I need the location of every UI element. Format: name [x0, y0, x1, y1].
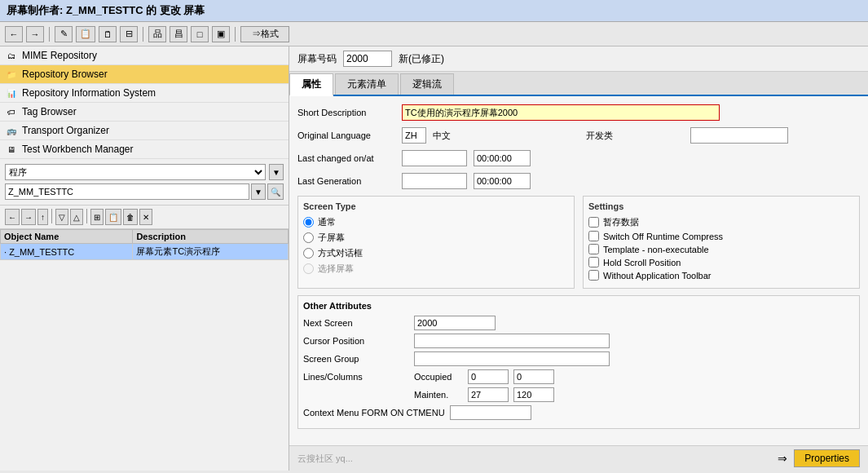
cb-without-toolbar: Without Application Toolbar	[588, 270, 854, 281]
radio-normal-label: 通常	[318, 216, 336, 228]
last-gen-date[interactable]	[402, 173, 467, 189]
tag-icon: 🏷	[5, 105, 18, 118]
tab-logic[interactable]: 逻辑流	[400, 73, 454, 95]
cb-template-input[interactable]	[588, 244, 599, 254]
dev-class-input[interactable]	[690, 127, 788, 144]
last-changed-time[interactable]	[474, 150, 531, 166]
last-changed-date[interactable]	[402, 150, 467, 166]
radio-normal-input[interactable]	[303, 217, 314, 228]
transport-label: Transport Organizer	[22, 125, 109, 136]
mainten-row: Mainten.	[303, 387, 854, 402]
program-select[interactable]: 程序	[5, 164, 266, 180]
radio-select-label: 选择屏幕	[318, 263, 354, 275]
edit-btn[interactable]: ✎	[55, 26, 73, 42]
radio-select: 选择屏幕	[303, 263, 569, 275]
right-panel: 屏幕号码 新(已修正) 属性 元素清单 逻辑流 Short Descriptio…	[289, 46, 868, 471]
input-dropdown-btn[interactable]: ▼	[251, 183, 266, 200]
sidebar-item-tag-browser[interactable]: 🏷 Tag Browser	[0, 103, 289, 122]
short-desc-input[interactable]	[402, 104, 720, 121]
lines-col-row: Lines/Columns Occupied	[303, 369, 854, 384]
screen-group-input[interactable]	[414, 351, 610, 366]
radio-sub-input[interactable]	[303, 232, 314, 243]
copy2-btn[interactable]: ⊞	[90, 209, 104, 225]
main-layout: 🗂 MIME Repository 📁 Repository Browser 📊…	[0, 46, 868, 471]
screen-num-input[interactable]	[343, 51, 392, 67]
data-table: Object Name Description · Z_MM_TESTTC 屏幕…	[0, 229, 289, 260]
orig-lang-row: Original Language 中文 开发类	[297, 127, 860, 144]
radio-modal-input[interactable]	[303, 248, 314, 259]
nav-fwd-btn[interactable]: →	[21, 209, 36, 225]
settings-box: Settings 暂存数据 Switch Off Runtime Compres…	[583, 196, 860, 289]
tab-properties[interactable]: 属性	[289, 73, 333, 96]
paste-btn[interactable]: 📋	[105, 209, 121, 225]
properties-button[interactable]: Properties	[794, 449, 860, 467]
tag-label: Tag Browser	[22, 106, 77, 117]
cb-without-toolbar-input[interactable]	[588, 270, 599, 281]
copy-btn[interactable]: 📋	[76, 26, 95, 42]
cursor-pos-input[interactable]	[414, 334, 610, 348]
select-expand-btn[interactable]: ▼	[269, 164, 284, 180]
sidebar-item-repo-browser[interactable]: 📁 Repository Browser	[0, 65, 289, 84]
watermark: 云搜社区 yq...	[297, 453, 771, 465]
radio-select-input	[303, 263, 314, 274]
radio-modal: 方式对话框	[303, 247, 569, 259]
list-btn[interactable]: 昌	[170, 26, 187, 42]
collapse-btn[interactable]: ▽	[55, 209, 68, 225]
cb-hold-scroll-input[interactable]	[588, 257, 599, 267]
arrow-icon: ⇒	[778, 452, 787, 465]
search-btn[interactable]: 🔍	[267, 183, 284, 200]
sidebar-item-transport[interactable]: 🚌 Transport Organizer	[0, 122, 289, 140]
delete2-btn[interactable]: 🗑	[123, 209, 138, 225]
fwd-btn[interactable]: →	[26, 26, 44, 42]
format-btn[interactable]: ⇒格式	[240, 26, 289, 42]
screen-group-row: Screen Group	[303, 351, 854, 366]
cols-mainten-input[interactable]	[513, 387, 554, 402]
tabs-row: 属性 元素清单 逻辑流	[289, 72, 868, 96]
mini-toolbar: ← → ↑ ▽ △ ⊞ 📋 🗑 ✕	[0, 206, 289, 229]
tab-elements[interactable]: 元素清单	[335, 73, 399, 95]
cell-desc: 屏幕元素TC演示程序	[133, 244, 289, 260]
new-btn[interactable]: 🗒	[99, 26, 117, 42]
cb-temp-data-input[interactable]	[588, 217, 599, 228]
context-menu-input[interactable]	[450, 405, 531, 420]
sidebar-item-mime-repo[interactable]: 🗂 MIME Repository	[0, 46, 289, 65]
object-input[interactable]	[5, 183, 249, 200]
next-screen-input[interactable]	[414, 316, 496, 330]
mini-sep1	[51, 209, 52, 223]
info-btn[interactable]: ▣	[212, 26, 230, 42]
nav-back-btn[interactable]: ←	[5, 209, 20, 225]
close2-btn[interactable]: ✕	[139, 209, 152, 225]
next-screen-label: Next Screen	[303, 318, 409, 328]
screen-group-label: Screen Group	[303, 354, 409, 364]
screen-num-row: 屏幕号码 新(已修正)	[289, 46, 868, 72]
expand-btn[interactable]: △	[70, 209, 83, 225]
sidebar-item-test-wb[interactable]: 🖥 Test Workbench Manager	[0, 140, 289, 159]
lang-code-input[interactable]	[402, 127, 426, 144]
cursor-pos-label: Cursor Position	[303, 336, 409, 346]
context-menu-row: Context Menu FORM ON CTMENU	[303, 405, 854, 420]
screen-type-title: Screen Type	[303, 201, 569, 211]
info-sys-label: Repository Information System	[22, 87, 156, 99]
cb-temp-data-label: 暂存数据	[603, 216, 639, 228]
col-object-name: Object Name	[1, 230, 133, 244]
sidebar-item-repo-info[interactable]: 📊 Repository Information System	[0, 84, 289, 103]
nav-up-btn[interactable]: ↑	[37, 209, 48, 225]
window-btn[interactable]: □	[191, 26, 209, 42]
transport-icon: 🚌	[5, 124, 18, 137]
input-row: ▼ 🔍	[5, 183, 284, 200]
lines-occupied-input[interactable]	[468, 369, 509, 384]
cb-hold-scroll: Hold Scroll Position	[588, 257, 854, 267]
title-text: 屏幕制作者: Z_MM_TESTTC 的 更改 屏幕	[7, 4, 205, 16]
lines-mainten-input[interactable]	[468, 387, 509, 402]
last-gen-time[interactable]	[474, 173, 531, 189]
repo-label: Repository Browser	[22, 69, 108, 80]
screen-num-label: 屏幕号码	[297, 52, 337, 66]
last-gen-label: Last Generation	[297, 176, 395, 186]
cb-switch-off-input[interactable]	[588, 231, 599, 241]
table-row[interactable]: · Z_MM_TESTTC 屏幕元素TC演示程序	[1, 244, 289, 260]
orig-lang-label: Original Language	[297, 130, 395, 140]
back-btn[interactable]: ←	[5, 26, 23, 42]
del-btn[interactable]: ⊟	[120, 26, 138, 42]
cols-occupied-input[interactable]	[513, 369, 554, 384]
struct-btn[interactable]: 品	[148, 26, 166, 42]
